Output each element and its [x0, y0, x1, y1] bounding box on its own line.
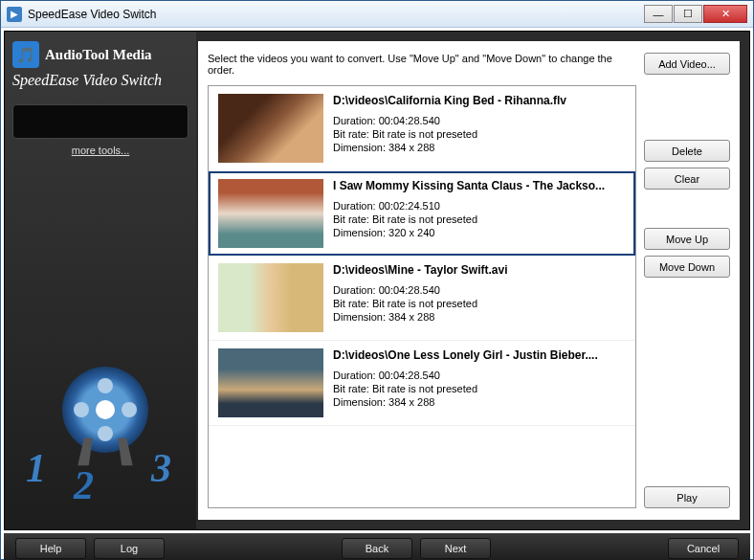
- video-bitrate: Bit rate: Bit rate is not preseted: [333, 128, 626, 140]
- help-button[interactable]: Help: [15, 538, 86, 559]
- close-button[interactable]: ✕: [703, 5, 747, 23]
- video-item[interactable]: D:\videos\Mine - Taylor Swift.aviDuratio…: [209, 256, 635, 341]
- brand-product: SpeedEase Video Switch: [12, 72, 188, 89]
- video-title: D:\videos\California King Bed - Rihanna.…: [333, 94, 626, 107]
- video-info: I Saw Mommy Kissing Santa Claus - The Ja…: [333, 179, 626, 248]
- main-panel: Select the videos you want to convert. U…: [198, 41, 740, 520]
- video-bitrate: Bit rate: Bit rate is not preseted: [333, 383, 626, 394]
- app-window: ▶ SpeedEase Video Switch — ☐ ✕ 🎵 AudioTo…: [0, 0, 754, 560]
- sidebar: 🎵 AudioTool Media SpeedEase Video Switch…: [5, 32, 196, 529]
- app-body: 🎵 AudioTool Media SpeedEase Video Switch…: [4, 31, 750, 530]
- sidebar-art: 123: [12, 280, 188, 520]
- maximize-button[interactable]: ☐: [674, 5, 702, 23]
- video-dimension: Dimension: 320 x 240: [333, 227, 626, 238]
- button-column: Add Video... Delete Clear Move Up Move D…: [644, 53, 730, 508]
- video-info: D:\videos\One Less Lonely Girl - Justin …: [333, 348, 626, 417]
- back-button[interactable]: Back: [342, 538, 412, 559]
- play-button[interactable]: Play: [644, 486, 730, 508]
- video-item[interactable]: D:\videos\California King Bed - Rihanna.…: [209, 86, 635, 171]
- video-list[interactable]: D:\videos\California King Bed - Rihanna.…: [208, 85, 636, 508]
- minimize-button[interactable]: —: [644, 5, 673, 23]
- video-title: D:\videos\Mine - Taylor Swift.avi: [333, 263, 626, 277]
- film-reel-icon: 123: [33, 367, 167, 510]
- move-up-button[interactable]: Move Up: [644, 228, 730, 250]
- footer: Help Log Back Next Cancel: [4, 533, 750, 560]
- video-info: D:\videos\California King Bed - Rihanna.…: [333, 94, 626, 163]
- video-thumbnail: [218, 94, 323, 163]
- video-bitrate: Bit rate: Bit rate is not preseted: [333, 213, 626, 225]
- clear-button[interactable]: Clear: [644, 168, 730, 190]
- delete-button[interactable]: Delete: [644, 140, 730, 162]
- video-info: D:\videos\Mine - Taylor Swift.aviDuratio…: [333, 263, 626, 332]
- next-button[interactable]: Next: [420, 538, 491, 559]
- video-dimension: Dimension: 384 x 288: [333, 311, 626, 323]
- video-duration: Duration: 00:02:24.510: [333, 200, 626, 212]
- video-thumbnail: [218, 348, 323, 417]
- add-video-button[interactable]: Add Video...: [644, 53, 730, 75]
- video-item[interactable]: D:\videos\One Less Lonely Girl - Justin …: [209, 341, 635, 426]
- log-button[interactable]: Log: [94, 538, 165, 559]
- window-title: SpeedEase Video Switch: [28, 8, 157, 21]
- video-thumbnail: [218, 263, 323, 332]
- list-area: Select the videos you want to convert. U…: [208, 53, 636, 508]
- brand: 🎵 AudioTool Media: [12, 41, 188, 68]
- video-title: D:\videos\One Less Lonely Girl - Justin …: [333, 348, 626, 362]
- video-bitrate: Bit rate: Bit rate is not preseted: [333, 298, 626, 309]
- brand-icon: 🎵: [12, 41, 39, 68]
- brand-company: AudioTool Media: [45, 47, 152, 63]
- instruction-text: Select the videos you want to convert. U…: [208, 53, 636, 76]
- move-down-button[interactable]: Move Down: [644, 256, 730, 278]
- video-duration: Duration: 00:04:28.540: [333, 284, 626, 296]
- video-item[interactable]: I Saw Mommy Kissing Santa Claus - The Ja…: [209, 171, 635, 256]
- sidebar-display-box: [12, 104, 188, 139]
- cancel-button[interactable]: Cancel: [668, 538, 739, 559]
- window-controls: — ☐ ✕: [644, 5, 747, 23]
- more-tools-link[interactable]: more tools...: [12, 145, 188, 156]
- video-duration: Duration: 00:04:28.540: [333, 370, 626, 381]
- video-duration: Duration: 00:04:28.540: [333, 115, 626, 126]
- titlebar[interactable]: ▶ SpeedEase Video Switch — ☐ ✕: [1, 1, 753, 28]
- app-icon: ▶: [7, 7, 22, 22]
- video-thumbnail: [218, 179, 323, 248]
- video-title: I Saw Mommy Kissing Santa Claus - The Ja…: [333, 179, 626, 192]
- video-dimension: Dimension: 384 x 288: [333, 396, 626, 408]
- video-dimension: Dimension: 384 x 288: [333, 142, 626, 153]
